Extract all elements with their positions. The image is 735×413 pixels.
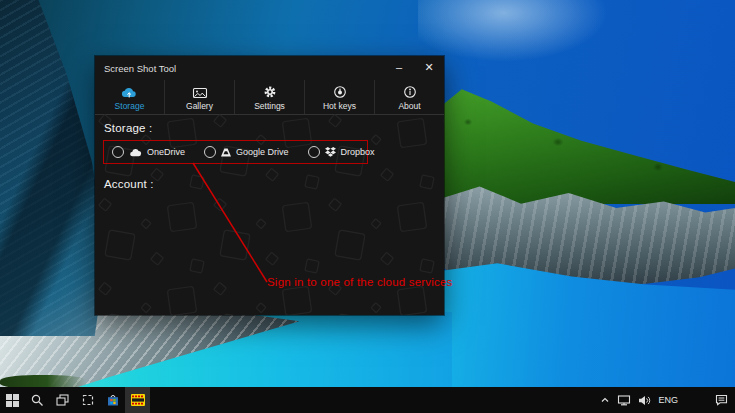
dropbox-label: Dropbox: [341, 147, 375, 157]
system-tray: ENG: [600, 387, 735, 413]
onedrive-label: OneDrive: [147, 147, 185, 157]
dropbox-radio-circle[interactable]: [308, 146, 320, 158]
google-drive-label: Google Drive: [236, 147, 289, 157]
tab-gallery-label: Gallery: [186, 101, 213, 111]
cloud-upload-icon: [121, 86, 138, 99]
store-button[interactable]: [100, 387, 125, 413]
info-icon: [403, 85, 417, 99]
storage-section-label: Storage :: [104, 122, 152, 134]
gallery-icon: [192, 86, 208, 99]
desktop: Screen Shot Tool – ✕ Storage: [0, 0, 735, 413]
overlapping-windows-icon: [56, 394, 69, 406]
action-center-icon[interactable]: [715, 394, 728, 406]
tab-hotkeys-label: Hot keys: [323, 101, 356, 111]
magnifier-icon: [31, 394, 44, 407]
tab-storage[interactable]: Storage: [95, 80, 164, 114]
annotation-text: Sign in to one of the cloud services: [267, 276, 453, 288]
google-drive-icon: [221, 148, 231, 157]
tab-gallery[interactable]: Gallery: [164, 80, 234, 114]
gear-icon: [263, 85, 277, 99]
tab-settings[interactable]: Settings: [234, 80, 304, 114]
wallpaper-haze: [418, 0, 608, 62]
tab-settings-label: Settings: [254, 101, 285, 111]
tablet-mode-button[interactable]: [75, 387, 100, 413]
tab-about-label: About: [398, 101, 420, 111]
start-button[interactable]: [0, 387, 25, 413]
network-icon[interactable]: [617, 394, 631, 406]
language-indicator[interactable]: ENG: [658, 395, 678, 405]
taskbar-left: [0, 387, 150, 413]
tab-storage-label: Storage: [115, 101, 145, 111]
storage-options-highlight-box: OneDrive Google Drive: [103, 140, 368, 164]
radio-dropbox[interactable]: Dropbox: [308, 146, 375, 158]
minimize-button[interactable]: –: [384, 56, 414, 80]
search-button[interactable]: [25, 387, 50, 413]
tab-bar: Storage Gallery: [95, 80, 444, 115]
tab-about[interactable]: About: [374, 80, 444, 114]
account-section-label: Account :: [104, 178, 154, 190]
chevron-up-icon[interactable]: [600, 396, 610, 404]
taskbar: ENG: [0, 387, 735, 413]
screenshot-tool-taskbar-button[interactable]: [125, 387, 150, 413]
titlebar[interactable]: Screen Shot Tool – ✕: [95, 56, 444, 80]
screenshot-tool-app-icon: [130, 393, 146, 407]
hotkeys-icon: [333, 85, 347, 99]
dropbox-icon: [325, 147, 336, 157]
shopping-bag-icon: [106, 393, 120, 407]
radio-onedrive[interactable]: OneDrive: [112, 146, 185, 158]
tab-hotkeys[interactable]: Hot keys: [304, 80, 374, 114]
windows-logo-icon: [6, 394, 19, 407]
close-button[interactable]: ✕: [414, 56, 444, 80]
volume-icon[interactable]: [638, 395, 651, 406]
radio-google-drive[interactable]: Google Drive: [204, 146, 289, 158]
task-view-button[interactable]: [50, 387, 75, 413]
onedrive-cloud-icon: [129, 148, 142, 157]
window-title: Screen Shot Tool: [95, 63, 384, 74]
frame-icon: [82, 394, 94, 406]
onedrive-radio-circle[interactable]: [112, 146, 124, 158]
google-drive-radio-circle[interactable]: [204, 146, 216, 158]
